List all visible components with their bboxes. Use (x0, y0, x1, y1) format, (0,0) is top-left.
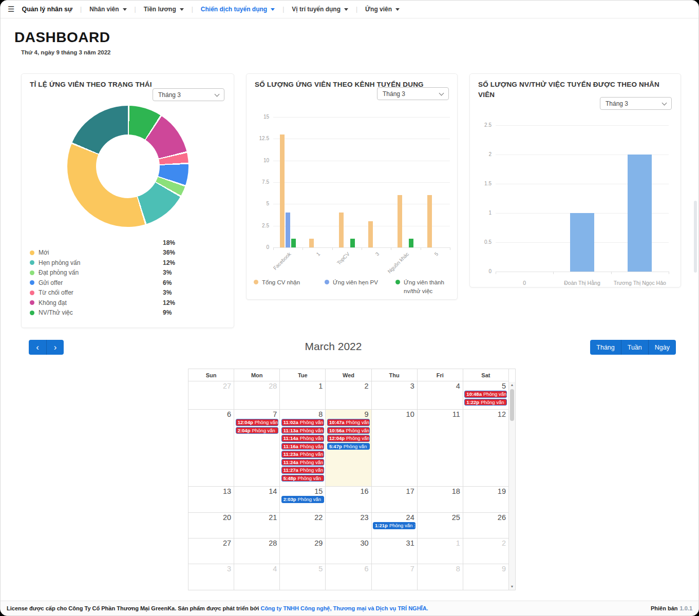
calendar-event[interactable]: 10:47aPhỏng vấn (327, 419, 370, 426)
day-number: 6 (188, 410, 234, 419)
calendar-event[interactable]: 11:24aPhỏng vấn (281, 459, 324, 466)
legend-label: Hẹn phỏng vấn (39, 259, 80, 266)
month-filter-select[interactable]: Tháng 3 (377, 87, 449, 100)
nav-item-chiến-dịch-tuyển-dụng[interactable]: Chiến dịch tuyển dụng (201, 6, 275, 13)
x-tick-mark (391, 247, 391, 250)
event-title: Phỏng vấn (346, 435, 369, 441)
app-brand[interactable]: Quản lý nhân sự (22, 6, 72, 13)
calendar-day-cell[interactable]: 20 (188, 513, 234, 538)
day-of-week-header: Tue (280, 369, 326, 381)
menu-icon[interactable]: ☰ (8, 5, 14, 14)
calendar-event[interactable]: 10:48aPhỏng vấn (464, 391, 507, 398)
developer-link[interactable]: Công ty TNHH Công nghệ, Thương mại và Dị… (260, 605, 428, 611)
calendar-event[interactable]: 12:04pPhỏng vấn (327, 435, 370, 442)
scrollbar-thumb[interactable] (510, 389, 514, 421)
calendar-day-cell[interactable]: 11 (418, 410, 463, 486)
calendar-day-cell[interactable]: 27 (188, 538, 234, 564)
calendar-day-cell[interactable]: 3 (372, 381, 418, 409)
calendar-event[interactable]: 1:22pPhỏng vấn (464, 399, 507, 406)
calendar-day-cell[interactable]: 2 (463, 538, 508, 564)
calendar-day-cell[interactable]: 8 (418, 564, 463, 590)
calendar-day-cell[interactable]: 18 (418, 487, 463, 512)
nav-item-tiền-lương[interactable]: Tiền lương (144, 6, 184, 13)
calendar-event[interactable]: 5:48pPhỏng vấn (281, 475, 324, 482)
calendar-day-cell[interactable]: 4 (418, 381, 463, 409)
calendar-event[interactable]: 12:04pPhỏng vấn (236, 419, 278, 426)
calendar-day-cell[interactable]: 5 (280, 564, 326, 590)
calendar-grid: SunMonTueWedThuFriSat 27281234510:48aPhỏ… (188, 369, 516, 590)
x-tick-mark (332, 247, 333, 250)
calendar-day-cell[interactable]: 16 (326, 487, 371, 512)
nav-item-label: Chiến dịch tuyển dụng (201, 6, 267, 13)
scroll-up-icon[interactable]: ▲ (511, 382, 514, 388)
calendar-event[interactable]: 5:47pPhỏng vấn (327, 443, 370, 450)
calendar-day-cell[interactable]: 6 (188, 410, 234, 486)
calendar-day-cell[interactable]: 30 (326, 538, 371, 564)
calendar-day-cell[interactable]: 13 (188, 487, 234, 512)
calendar-day-cell[interactable]: 2 (326, 381, 371, 409)
month-filter-select[interactable]: Tháng 3 (153, 88, 224, 101)
month-filter-value: Tháng 3 (383, 90, 405, 98)
calendar-day-cell[interactable]: 712:04pPhỏng vấn2:04pPhỏng vấn (234, 410, 280, 486)
calendar-day-cell[interactable]: 9 (463, 564, 508, 590)
calendar-day-cell[interactable]: 4 (234, 564, 280, 590)
bar-TopCV (339, 213, 344, 247)
event-title: Phỏng vấn (300, 428, 323, 433)
nav-item-vị-trí-tuyển-dụng[interactable]: Vị trí tuyển dụng (292, 6, 348, 13)
calendar-day-cell[interactable]: 6 (326, 564, 371, 590)
calendar-day-cell[interactable]: 910:47aPhỏng vấn10:56aPhỏng vấn12:04pPhỏ… (326, 410, 371, 486)
calendar-day-cell[interactable]: 23 (326, 513, 371, 538)
calendar-event[interactable]: 11:14aPhỏng vấn (281, 435, 324, 442)
calendar-day-cell[interactable]: 3 (188, 564, 234, 590)
calendar-day-cell[interactable]: 29 (280, 538, 326, 564)
calendar-event[interactable]: 2:04pPhỏng vấn (236, 427, 278, 434)
calendar-day-cell[interactable]: 14 (234, 487, 280, 512)
calendar-day-cell[interactable]: 21 (234, 513, 280, 538)
chevron-down-icon (344, 8, 348, 11)
calendar-day-cell[interactable]: 25 (418, 513, 463, 538)
calendar-day-cell[interactable]: 28 (234, 381, 280, 409)
day-number: 4 (418, 381, 463, 391)
calendar-day-cell[interactable]: 19 (463, 487, 508, 512)
calendar-event[interactable]: 11:02aPhỏng vấn (281, 419, 324, 426)
scroll-down-icon[interactable]: ▼ (511, 584, 514, 590)
nav-item-ứng-viên[interactable]: Ứng viên (365, 6, 400, 13)
calendar-day-cell[interactable]: 811:02aPhỏng vấn11:13aPhỏng vấn11:14aPhỏ… (280, 410, 326, 486)
page-title: DASHBOARD (14, 29, 110, 46)
calendar-day-cell[interactable]: 12 (463, 410, 508, 486)
calendar-day-cell[interactable]: 17 (372, 487, 418, 512)
calendar-event[interactable]: 11:13aPhỏng vấn (281, 427, 324, 434)
page-scrollbar-thumb[interactable] (694, 201, 697, 273)
calendar-day-cell[interactable]: 1 (280, 381, 326, 409)
calendar-event[interactable]: 2:03pPhỏng vấn (281, 496, 324, 503)
nav-separator: | (282, 6, 284, 13)
calendar-day-cell[interactable]: 26 (463, 513, 508, 538)
calendar-day-cell[interactable]: 28 (234, 538, 280, 564)
calendar-day-cell[interactable]: 10 (372, 410, 418, 486)
calendar-week-row: 1314152:03pPhỏng vấn16171819 (188, 487, 509, 513)
calendar-scrollbar[interactable]: ▲ ▼ (509, 382, 515, 590)
calendar-day-cell[interactable]: 31 (372, 538, 418, 564)
day-number: 1 (418, 538, 463, 548)
calendar-day-cell[interactable]: 27 (188, 381, 234, 409)
x-tick-mark (496, 272, 496, 274)
calendar-event[interactable]: 1:21pPhỏng vấn 1 (373, 522, 415, 529)
calendar-day-cell[interactable]: 1 (418, 538, 463, 564)
month-filter-select[interactable]: Tháng 3 (600, 97, 672, 110)
calendar-event[interactable]: 11:23aPhỏng vấn (281, 451, 324, 458)
calendar-event[interactable]: 11:16aPhỏng vấn (281, 443, 324, 450)
calendar-day-cell[interactable]: 241:21pPhỏng vấn 1 (372, 513, 418, 538)
calendar-day-cell[interactable]: 510:48aPhỏng vấn1:22pPhỏng vấn (463, 381, 508, 409)
calendar-day-header-row: SunMonTueWedThuFriSat (188, 369, 509, 381)
view-button-ngày[interactable]: Ngày (648, 340, 676, 355)
view-button-tháng[interactable]: Tháng (590, 340, 620, 355)
bar-1 (309, 239, 314, 247)
calendar-event[interactable]: 10:56aPhỏng vấn (327, 427, 370, 434)
view-button-tuần[interactable]: Tuần (621, 340, 648, 355)
calendar-day-cell[interactable]: 152:03pPhỏng vấn (280, 487, 326, 512)
calendar-day-cell[interactable]: 22 (280, 513, 326, 538)
calendar-event[interactable]: 11:27aPhỏng vấn (281, 467, 324, 474)
calendar-day-cell[interactable]: 7 (372, 564, 418, 590)
x-tick-mark (273, 247, 274, 250)
nav-item-nhân-viên[interactable]: Nhân viên (89, 6, 126, 13)
